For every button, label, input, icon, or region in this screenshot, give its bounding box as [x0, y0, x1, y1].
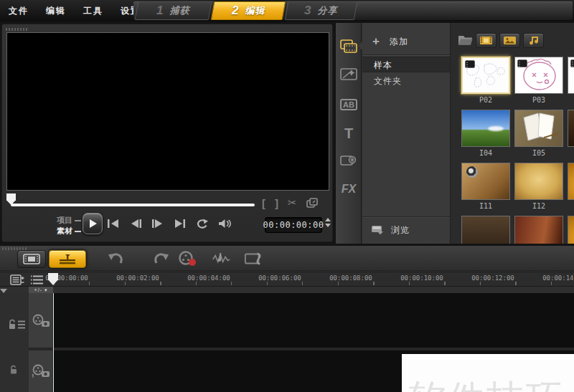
thumbnail-image[interactable]: [461, 110, 510, 147]
nav-item-folders[interactable]: 文件夹: [362, 73, 450, 89]
video-filter-icon: [479, 36, 493, 45]
video-track-header[interactable]: [29, 293, 53, 348]
browse-button[interactable]: 浏览: [362, 221, 450, 239]
redo-button[interactable]: [152, 251, 171, 267]
library-thumbnail[interactable]: I11: [461, 163, 510, 210]
tab-edit[interactable]: 2编辑: [211, 1, 286, 20]
browse-icon: [371, 225, 384, 235]
spinner-up-icon[interactable]: [325, 218, 331, 221]
mode-project[interactable]: 项目: [57, 215, 81, 226]
library-thumbnail[interactable]: I05: [514, 110, 563, 157]
library-thumbnail[interactable]: I04: [461, 110, 510, 157]
record-capture-button[interactable]: [178, 251, 197, 267]
title-category-button[interactable]: T: [336, 122, 362, 145]
media-category-button[interactable]: [336, 34, 362, 57]
thumbnail-image[interactable]: [514, 216, 563, 244]
mode-clip[interactable]: 素材: [57, 226, 81, 236]
tab-capture[interactable]: 1捕获: [135, 1, 212, 20]
thumbnail-label: I05: [514, 149, 563, 157]
thumbnail-image[interactable]: [568, 163, 574, 200]
thumbnail-image[interactable]: [514, 163, 563, 200]
library-thumbnail-partial[interactable]: [461, 216, 510, 244]
step-number: 2: [232, 4, 238, 18]
video-track-icon: [32, 314, 50, 328]
library-thumbnail[interactable]: I12: [514, 163, 563, 210]
ripple-edit-lock-icon[interactable]: [8, 319, 27, 330]
filter-photo-button[interactable]: [499, 33, 520, 48]
previous-frame-button[interactable]: [129, 219, 144, 229]
tab-share[interactable]: 3分享: [285, 1, 358, 20]
video-track[interactable]: [29, 293, 574, 348]
library-thumbnail-partial[interactable]: [568, 216, 574, 244]
title-t-icon: T: [344, 125, 353, 142]
split-clip-icon[interactable]: ✂: [288, 196, 297, 209]
enlarge-preview-icon[interactable]: [306, 198, 318, 209]
timeline-ruler[interactable]: 00:00:00:00 00:00:02:00 00:00:04:00 00:0…: [0, 272, 574, 287]
transition-category-button[interactable]: [336, 63, 362, 86]
thumbnail-image[interactable]: [461, 163, 510, 200]
workflow-steps-bar: 1捕获 2编辑 3分享: [133, 1, 573, 20]
ruler-tick: 00:00:12:00: [468, 274, 518, 282]
play-button[interactable]: [83, 213, 103, 234]
mark-out-button[interactable]: ]: [275, 197, 278, 209]
nav-item-samples[interactable]: 样本: [362, 57, 450, 72]
auto-music-button[interactable]: [244, 251, 263, 267]
storyboard-view-button[interactable]: [17, 250, 46, 268]
library-panel: AB T FX + 添加 样本 文件夹: [336, 23, 574, 244]
library-thumbnail-partial[interactable]: [568, 110, 574, 147]
filter-video-button[interactable]: [476, 33, 497, 48]
thumbnail-image[interactable]: [461, 216, 510, 244]
menu-tools[interactable]: 工具: [83, 5, 103, 17]
thumbnail-image[interactable]: [461, 57, 510, 94]
thumbnail-image[interactable]: [514, 57, 563, 94]
add-folder-button[interactable]: + 添加: [362, 33, 450, 50]
go-to-end-button[interactable]: [174, 219, 188, 229]
filter-audio-button[interactable]: [523, 33, 544, 48]
repeat-button[interactable]: [196, 219, 210, 229]
folder-icon[interactable]: [458, 34, 473, 46]
play-icon: [88, 219, 98, 229]
filter-category-button[interactable]: FX: [336, 178, 362, 201]
step-label: 捕获: [170, 4, 190, 17]
playhead-line[interactable]: [53, 293, 54, 392]
scrubber-bar[interactable]: [11, 204, 255, 206]
spinner-down-icon[interactable]: [325, 224, 331, 227]
transition-ab-button[interactable]: AB: [336, 93, 362, 116]
timecode-display[interactable]: 00:00:00:00: [265, 217, 322, 233]
video-track-content[interactable]: [53, 293, 574, 348]
volume-button[interactable]: [218, 219, 232, 229]
playhead-marker[interactable]: [48, 273, 58, 285]
thumbnail-image[interactable]: [514, 110, 563, 147]
clip-label: 素材: [57, 226, 72, 236]
ruler-tick: 00:00:08:00: [326, 274, 376, 282]
overlay-lock-icon[interactable]: [9, 365, 19, 375]
timeline-zoom-control[interactable]: +/- ▾: [29, 287, 53, 293]
library-thumbnail[interactable]: P03: [514, 57, 563, 104]
graphics-category-button[interactable]: [336, 149, 362, 172]
menu-edit[interactable]: 编辑: [46, 5, 66, 17]
ruler-tick: 00:00:14:00: [539, 274, 574, 282]
menubar: 文件 编辑 工具 设置 1捕获 2编辑 3分享: [0, 0, 574, 21]
audio-filter-icon: [528, 35, 540, 45]
next-frame-button[interactable]: [151, 219, 166, 229]
timeline-view-button[interactable]: [49, 250, 86, 268]
sound-mixer-button[interactable]: [212, 251, 230, 267]
video-preview-screen: [6, 32, 329, 191]
thumbnail-image[interactable]: [568, 216, 574, 244]
library-thumbnail[interactable]: P02: [461, 57, 510, 104]
menu-file[interactable]: 文件: [9, 5, 29, 17]
undo-button[interactable]: [106, 251, 125, 267]
library-thumbnail-partial[interactable]: [568, 163, 574, 200]
thumbnail-image[interactable]: [568, 110, 574, 147]
mark-in-button[interactable]: [: [262, 197, 265, 209]
library-category-strip: AB T FX: [336, 23, 362, 244]
track-manager-button[interactable]: [9, 274, 26, 286]
track-expand-arrow-icon[interactable]: [0, 289, 7, 305]
ruler-tick: 00:00:06:00: [255, 274, 305, 282]
timecode-spinner[interactable]: [325, 218, 331, 227]
go-to-start-button[interactable]: [107, 219, 121, 229]
library-thumbnail-partial[interactable]: [568, 57, 574, 94]
thumbnail-image[interactable]: [568, 57, 574, 94]
overlay-track-header[interactable]: [29, 350, 53, 392]
library-thumbnail-partial[interactable]: [514, 216, 563, 244]
